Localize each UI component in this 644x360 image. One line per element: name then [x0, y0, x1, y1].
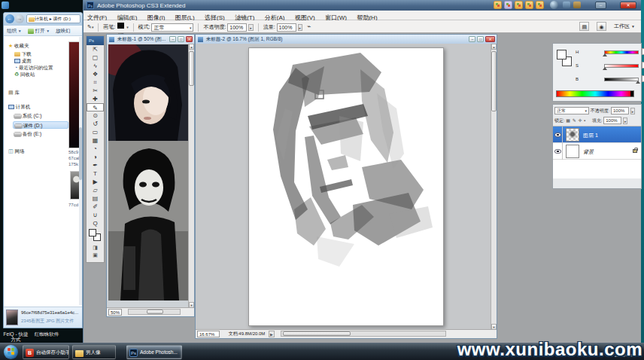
- canvas[interactable]: [248, 47, 444, 326]
- eye-icon[interactable]: [554, 149, 561, 154]
- layer1-thumbnail[interactable]: [566, 128, 579, 142]
- opacity-input[interactable]: 100%: [227, 23, 247, 32]
- doc2-vertical-scrollbar[interactable]: ▲▼: [491, 44, 497, 330]
- opacity-spinner[interactable]: ▸: [630, 108, 636, 114]
- tool-dodge-icon[interactable]: ◑: [87, 153, 104, 161]
- document-window-2[interactable]: 未标题-2 @ 16.7% (图层 1, RGB/8) – □ ✕: [195, 34, 497, 339]
- close-button[interactable]: ✕: [620, 2, 636, 9]
- file-name-fragment[interactable]: 67cal: [68, 156, 79, 160]
- photoshop-titlebar[interactable]: Ps Adobe Photoshop CS3 Extended – ✕: [84, 0, 641, 11]
- doc1-vertical-scrollbar[interactable]: ▲▼: [188, 44, 194, 308]
- airbrush-toggle-icon[interactable]: ⌁: [307, 23, 311, 30]
- document-window-1[interactable]: 未标题-1 @ 50% (图... – □ ✕: [106, 34, 195, 317]
- brush-tool-icon[interactable]: ✎▾: [87, 24, 93, 29]
- brightness-slider[interactable]: [604, 78, 639, 81]
- desktop-icon-feiq[interactable]: FeiQ - 快捷 方式: [2, 331, 30, 342]
- tool-move-icon[interactable]: ⇱: [87, 45, 104, 53]
- taskbar-button-photoshop[interactable]: PsAdobe Photosh...: [126, 345, 182, 359]
- file-name-fragment[interactable]: 77cd: [68, 203, 78, 207]
- doc1-horizontal-scrollbar[interactable]: [128, 309, 181, 315]
- tool-eraser-icon[interactable]: ▭: [87, 128, 104, 136]
- capture-tool-icon-1[interactable]: [494, 1, 502, 9]
- photoshop-window[interactable]: Ps Adobe Photoshop CS3 Extended – ✕ 文件(F…: [83, 0, 641, 343]
- tool-hand-icon[interactable]: ∪: [87, 211, 104, 219]
- tool-gradient-icon[interactable]: ▦: [87, 136, 104, 145]
- doc2-close-button[interactable]: ✕: [485, 36, 495, 42]
- flow-spinner[interactable]: ▸: [298, 24, 303, 31]
- tool-eyedropper-icon[interactable]: ✐: [87, 203, 104, 211]
- doc2-horizontal-scrollbar[interactable]: [281, 331, 446, 337]
- foreground-color-swatch[interactable]: [89, 229, 96, 236]
- open-button[interactable]: 打开 ▼: [28, 28, 50, 33]
- doc1-close-button[interactable]: ✕: [186, 36, 193, 42]
- doc1-maximize-button[interactable]: □: [178, 36, 184, 42]
- fill-spinner[interactable]: ▸: [623, 117, 628, 124]
- scrollbar-thumb[interactable]: [491, 51, 497, 111]
- lock-all-icon[interactable]: ▪: [584, 117, 585, 124]
- tool-blur-icon[interactable]: ◔: [87, 145, 104, 153]
- doc1-minimize-button[interactable]: –: [169, 36, 176, 42]
- tool-crop-icon[interactable]: ⌗: [87, 78, 104, 87]
- lock-move-icon[interactable]: ✛: [578, 117, 582, 124]
- brush-preset-picker[interactable]: 125: [117, 23, 125, 32]
- sidebar-item-libraries[interactable]: ▤ 库: [8, 89, 20, 96]
- visibility-cell[interactable]: [553, 143, 563, 160]
- slider-thumb[interactable]: [603, 67, 607, 70]
- sidebar-item-drive-c[interactable]: 系统 (C:): [14, 112, 41, 120]
- tool-marquee-icon[interactable]: ▢: [87, 53, 104, 62]
- tool-slice-icon[interactable]: ✂: [87, 87, 104, 95]
- tool-clone-stamp-icon[interactable]: ⊙: [87, 111, 104, 120]
- doc2-titlebar[interactable]: 未标题-2 @ 16.7% (图层 1, RGB/8) – □ ✕: [196, 35, 497, 44]
- doc1-titlebar[interactable]: 未标题-1 @ 50% (图... – □ ✕: [107, 35, 194, 44]
- screen-mode-icon[interactable]: ▣: [87, 252, 104, 259]
- desktop-shortcut-icon[interactable]: [2, 2, 9, 9]
- capture-tool-icon-2[interactable]: [504, 1, 512, 9]
- workspace-button[interactable]: 工作区 ▼: [614, 23, 635, 29]
- slideshow-button[interactable]: 放映幻: [56, 28, 71, 33]
- capture-tool-icon-5[interactable]: [536, 1, 544, 9]
- tool-path-selection-icon[interactable]: ▶: [87, 178, 104, 186]
- opacity-spinner[interactable]: ▸: [248, 24, 254, 31]
- doc2-zoom-level[interactable]: 16.67%: [197, 331, 220, 337]
- desktop-icon-redspider[interactable]: 红蜘蛛软件: [32, 331, 62, 337]
- back-button[interactable]: ←: [5, 14, 14, 23]
- blend-mode-select[interactable]: 正常▾: [554, 107, 589, 114]
- quick-mask-icon[interactable]: ◨: [87, 244, 104, 252]
- background-thumbnail[interactable]: [566, 145, 579, 158]
- sidebar-item-recycle[interactable]: ♻ 回收站: [14, 71, 35, 78]
- tool-brush-icon[interactable]: ✎: [87, 103, 104, 111]
- tool-notes-icon[interactable]: ▤: [87, 194, 104, 203]
- layer-row-background[interactable]: 背景: [553, 143, 641, 160]
- slider-thumb[interactable]: [636, 81, 640, 84]
- sidebar-item-computer[interactable]: 计算机: [8, 103, 30, 111]
- flow-input[interactable]: 100%: [277, 23, 296, 32]
- explorer-scrollbar[interactable]: [79, 37, 82, 305]
- layers-opacity-input[interactable]: 100%: [611, 107, 629, 114]
- scrollbar-thumb[interactable]: [189, 51, 194, 86]
- toolbox-header[interactable]: Ps: [87, 36, 104, 45]
- panel-foreground-swatch[interactable]: [557, 50, 567, 59]
- sidebar-item-favorites[interactable]: ★ 收藏夹: [8, 42, 29, 50]
- hue-slider[interactable]: [604, 50, 639, 54]
- clock-tool-icon[interactable]: [550, 1, 558, 9]
- pen-tablet-icon[interactable]: [573, 2, 581, 8]
- capture-tool-icon-4[interactable]: [525, 1, 533, 9]
- slider-thumb[interactable]: [603, 53, 607, 56]
- tool-zoom-icon[interactable]: Q: [87, 219, 104, 227]
- color-spectrum-ramp[interactable]: [556, 90, 634, 97]
- doc2-maximize-button[interactable]: □: [477, 36, 484, 42]
- bridge-icon[interactable]: ◉: [597, 22, 606, 31]
- background-name[interactable]: 背景: [583, 148, 594, 156]
- start-button[interactable]: [4, 345, 18, 359]
- saturation-slider[interactable]: [604, 64, 639, 68]
- file-name-fragment[interactable]: 58c9: [68, 150, 78, 154]
- lock-transparent-icon[interactable]: ▦: [566, 117, 570, 124]
- tool-history-brush-icon[interactable]: ↺: [87, 120, 104, 128]
- status-menu-button[interactable]: ▶: [269, 331, 275, 337]
- fill-input[interactable]: 100%: [603, 117, 621, 124]
- tool-quick-selection-icon[interactable]: ❖: [87, 70, 104, 78]
- layer-row-layer1[interactable]: 图层 1: [553, 127, 641, 143]
- layer1-name[interactable]: 图层 1: [583, 132, 598, 139]
- visibility-cell[interactable]: [553, 127, 563, 143]
- doc2-minimize-button[interactable]: –: [469, 36, 475, 42]
